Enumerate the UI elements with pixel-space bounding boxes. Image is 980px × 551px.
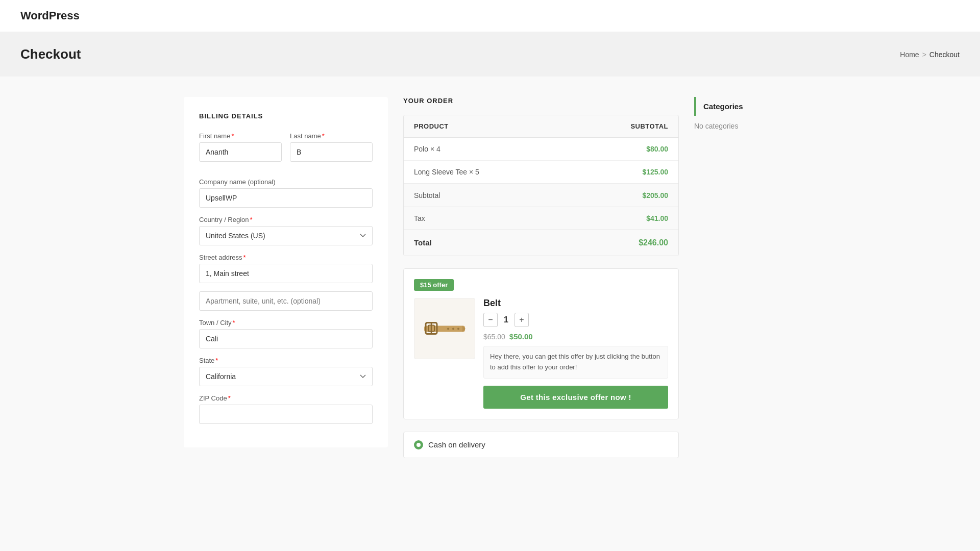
sidebar-no-categories: No categories (694, 122, 796, 130)
street-input[interactable] (199, 264, 373, 283)
breadcrumb-current: Checkout (929, 51, 960, 59)
order-title: YOUR ORDER (403, 97, 679, 105)
required-star-6: * (215, 357, 218, 364)
state-select[interactable]: California (199, 367, 373, 386)
quantity-value: 1 (504, 315, 508, 324)
upsell-card: $15 offer (403, 268, 679, 419)
zip-label: ZIP Code* (199, 394, 373, 402)
payment-radio (414, 440, 423, 449)
table-row: Polo × 4 $80.00 (404, 138, 678, 161)
billing-title: BILLING DETAILS (199, 112, 373, 120)
quantity-decrease-button[interactable]: − (483, 313, 498, 327)
last-name-input[interactable] (290, 142, 373, 162)
state-group: State* California (199, 357, 373, 386)
svg-point-6 (457, 328, 459, 330)
street-group: Street address* (199, 254, 373, 283)
quantity-increase-button[interactable]: + (514, 313, 529, 327)
city-group: Town / City* (199, 319, 373, 348)
upsell-description: Hey there, you can get this offer by jus… (483, 346, 668, 379)
payment-method-row[interactable]: Cash on delivery (403, 432, 679, 458)
name-row: First name* Last name* (199, 132, 373, 170)
required-star-5: * (233, 319, 235, 327)
first-name-group: First name* (199, 132, 282, 162)
required-star-7: * (228, 394, 231, 402)
offer-badge: $15 offer (414, 279, 454, 291)
site-header: WordPress (0, 0, 980, 32)
product-price-longsleeve: $125.00 (642, 168, 668, 176)
city-label: Town / City* (199, 319, 373, 327)
required-star: * (231, 132, 234, 140)
apartment-input[interactable] (199, 291, 373, 311)
company-name-label: Company name (optional) (199, 178, 373, 186)
subtotal-label: Subtotal (414, 191, 440, 199)
billing-section: BILLING DETAILS First name* Last name* C… (184, 97, 388, 447)
breadcrumb-separator: > (922, 51, 926, 59)
radio-inner-dot (416, 443, 421, 447)
order-section: YOUR ORDER PRODUCT SUBTOTAL Polo × 4 $80… (403, 97, 679, 458)
total-row: Total $246.00 (404, 230, 678, 256)
tax-row: Tax $41.00 (404, 207, 678, 230)
total-label: Total (414, 238, 432, 247)
required-star-4: * (243, 254, 246, 261)
site-title: WordPress (20, 9, 80, 22)
apartment-group (199, 291, 373, 311)
country-select[interactable]: United States (US) (199, 226, 373, 245)
breadcrumb: Home > Checkout (900, 51, 960, 59)
main-content: BILLING DETAILS First name* Last name* C… (163, 77, 817, 479)
order-table: PRODUCT SUBTOTAL Polo × 4 $80.00 Long Sl… (403, 115, 679, 256)
street-label: Street address* (199, 254, 373, 261)
zip-group: ZIP Code* (199, 394, 373, 424)
product-image-container (414, 298, 475, 359)
state-label: State* (199, 357, 373, 364)
payment-label: Cash on delivery (428, 440, 485, 449)
upsell-details: Belt − 1 + $65.00 $50.00 Hey there, you … (483, 298, 668, 409)
product-name-longsleeve: Long Sleeve Tee × 5 (414, 168, 479, 176)
upsell-product-name: Belt (483, 298, 668, 309)
zip-input[interactable] (199, 405, 373, 424)
breadcrumb-home[interactable]: Home (900, 51, 919, 59)
page-title: Checkout (20, 46, 81, 62)
subtotal-value: $205.00 (642, 191, 668, 199)
city-input[interactable] (199, 329, 373, 348)
svg-point-4 (447, 328, 449, 330)
price-sale: $50.00 (509, 332, 533, 341)
first-name-input[interactable] (199, 142, 282, 162)
required-star-2: * (322, 132, 325, 140)
price-original: $65.00 (483, 333, 505, 341)
upsell-inner: Belt − 1 + $65.00 $50.00 Hey there, you … (414, 298, 668, 409)
product-name-polo: Polo × 4 (414, 145, 440, 153)
first-name-label: First name* (199, 132, 282, 140)
subtotal-column-header: SUBTOTAL (630, 122, 668, 130)
belt-image (422, 313, 468, 344)
svg-point-5 (452, 328, 454, 330)
country-label: Country / Region* (199, 216, 373, 223)
company-name-group: Company name (optional) (199, 178, 373, 208)
last-name-group: Last name* (290, 132, 373, 162)
sidebar: Categories No categories (694, 97, 796, 130)
quantity-controls: − 1 + (483, 313, 668, 327)
tax-label: Tax (414, 214, 425, 222)
order-table-header: PRODUCT SUBTOTAL (404, 115, 678, 138)
price-row: $65.00 $50.00 (483, 332, 668, 341)
subtotal-row: Subtotal $205.00 (404, 184, 678, 207)
total-value: $246.00 (639, 238, 668, 247)
product-column-header: PRODUCT (414, 122, 449, 130)
sidebar-categories-title: Categories (694, 97, 796, 116)
required-star-3: * (250, 216, 253, 223)
last-name-label: Last name* (290, 132, 373, 140)
product-price-polo: $80.00 (646, 145, 668, 153)
tax-value: $41.00 (646, 214, 668, 222)
company-name-input[interactable] (199, 188, 373, 208)
table-row: Long Sleeve Tee × 5 $125.00 (404, 161, 678, 184)
get-offer-button[interactable]: Get this exclusive offer now ! (483, 386, 668, 409)
country-group: Country / Region* United States (US) (199, 216, 373, 245)
page-title-bar: Checkout Home > Checkout (0, 32, 980, 77)
